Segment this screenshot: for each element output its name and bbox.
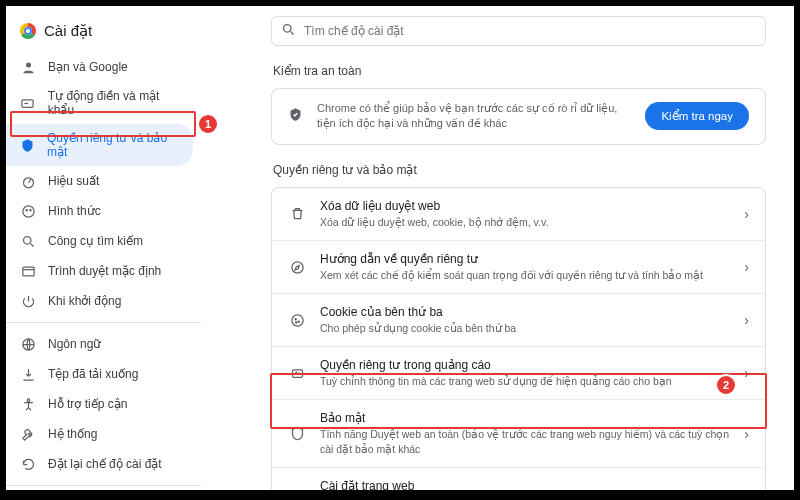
page-title: Cài đặt bbox=[44, 22, 92, 40]
sidebar-item-label: Đặt lại chế độ cài đặt bbox=[48, 457, 162, 471]
row-security[interactable]: Bảo mậtTính năng Duyệt web an toàn (bảo … bbox=[272, 399, 765, 466]
row-desc: Xem xét các chế độ kiểm soát quan trọng … bbox=[320, 268, 730, 282]
svg-point-9 bbox=[27, 398, 30, 401]
chevron-right-icon: › bbox=[744, 206, 749, 222]
compass-icon bbox=[288, 260, 306, 275]
sidebar-item-performance[interactable]: Hiệu suất bbox=[6, 166, 201, 196]
svg-point-12 bbox=[284, 25, 292, 33]
row-title: Hướng dẫn về quyền riêng tư bbox=[320, 252, 730, 266]
sidebar: Cài đặt Bạn và Google Tự động điền và mậ… bbox=[6, 6, 201, 490]
sidebar-item-label: Hiệu suất bbox=[48, 174, 99, 188]
download-icon bbox=[20, 366, 36, 382]
reset-icon bbox=[20, 456, 36, 472]
sidebar-item-label: Khi khởi động bbox=[48, 294, 121, 308]
separator bbox=[6, 322, 201, 323]
sidebar-item-label: Bạn và Google bbox=[48, 60, 128, 74]
trash-icon bbox=[288, 206, 306, 221]
row-clear-browsing-data[interactable]: Xóa dữ liệu duyệt webXóa dữ liệu duyệt w… bbox=[272, 188, 765, 240]
search-wrap bbox=[271, 16, 766, 46]
speedometer-icon bbox=[20, 173, 36, 189]
sidebar-item-extensions[interactable]: Tiện ích bbox=[6, 492, 201, 500]
sidebar-item-label: Tệp đã tải xuống bbox=[48, 367, 138, 381]
chevron-right-icon: › bbox=[744, 426, 749, 442]
main-content: Kiểm tra an toàn Chrome có thể giúp bảo … bbox=[201, 6, 794, 490]
power-icon bbox=[20, 293, 36, 309]
svg-point-14 bbox=[291, 315, 302, 326]
row-title: Bảo mật bbox=[320, 411, 730, 425]
svg-point-16 bbox=[298, 321, 299, 322]
privacy-list: Xóa dữ liệu duyệt webXóa dữ liệu duyệt w… bbox=[271, 187, 766, 490]
chevron-right-icon: › bbox=[744, 259, 749, 275]
shield-check-icon bbox=[288, 107, 303, 125]
shield-icon bbox=[20, 137, 35, 153]
globe-icon bbox=[20, 336, 36, 352]
svg-point-0 bbox=[26, 62, 31, 67]
svg-rect-7 bbox=[22, 267, 33, 276]
ads-icon bbox=[288, 366, 306, 381]
sidebar-item-default-browser[interactable]: Trình duyệt mặc định bbox=[6, 256, 201, 286]
search-input[interactable] bbox=[271, 16, 766, 46]
autofill-icon bbox=[20, 95, 36, 111]
sidebar-item-on-startup[interactable]: Khi khởi động bbox=[6, 286, 201, 316]
svg-point-3 bbox=[22, 205, 33, 216]
check-now-button[interactable]: Kiểm tra ngay bbox=[645, 102, 749, 130]
sidebar-item-system[interactable]: Hệ thống bbox=[6, 419, 201, 449]
sidebar-item-privacy-security[interactable]: Quyền riêng tư và bảo mật bbox=[6, 124, 193, 166]
sidebar-item-autofill[interactable]: Tự động điền và mật khẩu bbox=[6, 82, 201, 124]
row-privacy-guide[interactable]: Hướng dẫn về quyền riêng tưXem xét các c… bbox=[272, 240, 765, 293]
cookie-icon bbox=[288, 313, 306, 328]
sidebar-item-label: Trình duyệt mặc định bbox=[48, 264, 161, 278]
sidebar-item-label: Ngôn ngữ bbox=[48, 337, 101, 351]
row-title: Cài đặt trang web bbox=[320, 479, 730, 490]
sidebar-item-label: Tự động điền và mật khẩu bbox=[48, 89, 187, 117]
row-desc: Cho phép sử dụng cookie của bên thứ ba bbox=[320, 321, 730, 335]
section-safety-check: Kiểm tra an toàn bbox=[273, 64, 766, 78]
row-title: Quyền riêng tư trong quảng cáo bbox=[320, 358, 730, 372]
row-desc: Tuỳ chỉnh thông tin mà các trang web sử … bbox=[320, 374, 730, 388]
row-title: Xóa dữ liệu duyệt web bbox=[320, 199, 730, 213]
sidebar-item-accessibility[interactable]: Hỗ trợ tiếp cận bbox=[6, 389, 201, 419]
row-site-settings[interactable]: Cài đặt trang webKiểm soát thông tin mà … bbox=[272, 467, 765, 490]
row-desc: Xóa dữ liệu duyệt web, cookie, bộ nhớ đệ… bbox=[320, 215, 730, 229]
sidebar-item-you-and-google[interactable]: Bạn và Google bbox=[6, 52, 201, 82]
sidebar-item-label: Quyền riêng tư và bảo mật bbox=[47, 131, 179, 159]
sidebar-item-downloads[interactable]: Tệp đã tải xuống bbox=[6, 359, 201, 389]
search-icon bbox=[281, 22, 296, 40]
person-icon bbox=[20, 59, 36, 75]
chrome-logo-icon bbox=[20, 23, 36, 39]
svg-point-4 bbox=[26, 209, 27, 210]
svg-point-6 bbox=[23, 236, 31, 244]
row-third-party-cookies[interactable]: Cookie của bên thứ baCho phép sử dụng co… bbox=[272, 293, 765, 346]
palette-icon bbox=[20, 203, 36, 219]
sidebar-item-reset[interactable]: Đặt lại chế độ cài đặt bbox=[6, 449, 201, 479]
brand: Cài đặt bbox=[6, 16, 201, 52]
row-ad-privacy[interactable]: Quyền riêng tư trong quảng cáoTuỳ chỉnh … bbox=[272, 346, 765, 399]
sidebar-item-languages[interactable]: Ngôn ngữ bbox=[6, 329, 201, 359]
svg-point-5 bbox=[29, 209, 30, 210]
app: Cài đặt Bạn và Google Tự động điền và mậ… bbox=[6, 6, 794, 490]
search-icon bbox=[20, 233, 36, 249]
accessibility-icon bbox=[20, 396, 36, 412]
sidebar-item-label: Công cụ tìm kiếm bbox=[48, 234, 143, 248]
row-desc: Tính năng Duyệt web an toàn (bảo vệ trướ… bbox=[320, 427, 730, 455]
row-title: Cookie của bên thứ ba bbox=[320, 305, 730, 319]
chevron-right-icon: › bbox=[744, 312, 749, 328]
safety-text: Chrome có thể giúp bảo vệ bạn trước các … bbox=[317, 101, 631, 132]
wrench-icon bbox=[20, 426, 36, 442]
sidebar-item-label: Hình thức bbox=[48, 204, 101, 218]
svg-point-13 bbox=[291, 261, 302, 272]
safety-check-card: Chrome có thể giúp bảo vệ bạn trước các … bbox=[271, 88, 766, 145]
chevron-right-icon: › bbox=[744, 365, 749, 381]
security-icon bbox=[288, 426, 306, 441]
separator bbox=[6, 485, 201, 486]
sidebar-item-label: Hệ thống bbox=[48, 427, 97, 441]
sidebar-item-appearance[interactable]: Hình thức bbox=[6, 196, 201, 226]
browser-icon bbox=[20, 263, 36, 279]
svg-point-17 bbox=[295, 321, 296, 322]
sidebar-item-label: Hỗ trợ tiếp cận bbox=[48, 397, 127, 411]
section-privacy: Quyền riêng tư và bảo mật bbox=[273, 163, 766, 177]
sidebar-item-search-engine[interactable]: Công cụ tìm kiếm bbox=[6, 226, 201, 256]
svg-point-15 bbox=[295, 318, 296, 319]
